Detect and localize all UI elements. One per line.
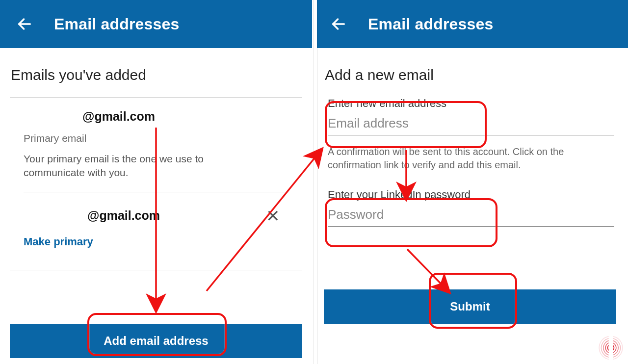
- screen-add-email: Email addresses Add a new email Enter ne…: [314, 0, 628, 364]
- primary-email-description: Your primary email is the one we use to …: [24, 152, 235, 180]
- watermark-logo-icon: [598, 335, 624, 361]
- email-input[interactable]: [328, 113, 614, 135]
- secondary-email-block: @gmail.com ✕ Make primary: [10, 192, 302, 260]
- email-field-wrap: Enter new email address: [328, 97, 614, 135]
- primary-email-label: Primary email: [24, 132, 288, 144]
- primary-email-value: @gmail.com: [82, 109, 288, 124]
- primary-email-block: @gmail.com Primary email Your primary em…: [10, 98, 302, 192]
- panel-body: Emails you've added @gmail.com Primary e…: [0, 48, 312, 364]
- screen-email-list: Email addresses Emails you've added @gma…: [0, 0, 314, 364]
- secondary-email-value: @gmail.com: [87, 208, 160, 223]
- svg-rect-6: [609, 335, 613, 361]
- topbar-title: Email addresses: [368, 15, 494, 33]
- remove-email-icon[interactable]: ✕: [262, 204, 284, 228]
- add-email-button-label: Add email address: [104, 334, 208, 348]
- add-email-button[interactable]: Add email address: [10, 324, 302, 358]
- topbar-title: Email addresses: [54, 15, 180, 33]
- confirmation-help-text: A confirmation will be sent to this acco…: [328, 145, 614, 172]
- password-field-wrap: Enter your LinkedIn password: [328, 188, 614, 227]
- submit-button-label: Submit: [450, 300, 490, 313]
- panel-body: Add a new email Enter new email address …: [314, 48, 628, 364]
- section-title: Add a new email: [325, 67, 618, 83]
- topbar: Email addresses: [314, 0, 628, 48]
- back-arrow-icon[interactable]: [328, 13, 349, 35]
- password-field-label: Enter your LinkedIn password: [328, 188, 614, 201]
- divider: [10, 270, 302, 270]
- password-input[interactable]: [328, 204, 614, 227]
- topbar: Email addresses: [0, 0, 312, 48]
- submit-button[interactable]: Submit: [324, 289, 616, 324]
- make-primary-link[interactable]: Make primary: [24, 235, 288, 248]
- section-title: Emails you've added: [11, 67, 302, 83]
- back-arrow-icon[interactable]: [14, 13, 35, 35]
- email-field-label: Enter new email address: [328, 97, 614, 110]
- panel-divider: [314, 0, 317, 364]
